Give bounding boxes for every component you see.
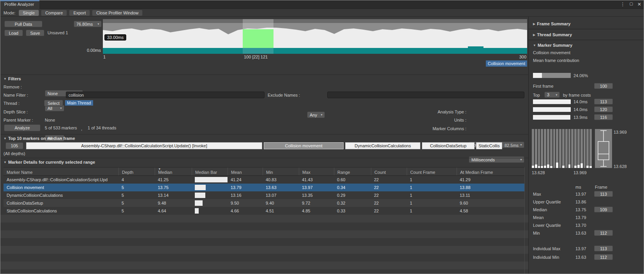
median-bar-cell <box>192 184 228 191</box>
top-frame-button[interactable]: 120 <box>594 106 613 112</box>
histogram-bucket-count <box>532 166 534 168</box>
top10-segment-assembly-csharp-dll-collisionc[interactable]: Assembly-CSharp.dll!::CollisionCalculati… <box>26 142 262 149</box>
exclude-mode-dropdown[interactable]: Any <box>307 111 325 118</box>
kebab-menu-icon[interactable]: ⋮ <box>620 2 625 7</box>
cell-depth: 4 <box>118 176 155 184</box>
stat-ms-value: 13.63 <box>575 255 586 260</box>
units-label: Units : <box>406 118 466 122</box>
y-axis-min-label: 0.00ms <box>71 48 101 53</box>
frame-time-chart[interactable]: 33.00ms <box>103 19 527 54</box>
exclude-names-input[interactable] <box>327 92 524 98</box>
column-header-depth[interactable]: Depth <box>118 168 155 175</box>
foldout-open-icon: ▼ <box>533 44 536 47</box>
thread-summary-foldout[interactable]: ▶Thread Summary <box>533 32 572 37</box>
tab-title: Profile Analyzer <box>4 2 34 7</box>
axis-selection-range: 100 [22] 121 <box>244 55 268 59</box>
first-frame-button[interactable]: 100 <box>594 83 613 89</box>
pull-data-button[interactable]: Pull Data <box>4 21 42 27</box>
column-header-at-median-frame[interactable]: At Median Frame <box>457 168 524 175</box>
marker-details-table: Marker NameDepth▼MedianMedian BarMeanMin… <box>4 167 524 215</box>
column-header-median[interactable]: ▼Median <box>155 168 192 175</box>
stat-frame-button[interactable]: 112 <box>594 230 613 236</box>
load-button[interactable]: Load <box>4 30 23 36</box>
frame-axis: 1 100 [22] 121 300 <box>103 55 527 60</box>
mode-button-single[interactable]: Single <box>19 10 39 16</box>
column-header-count[interactable]: Count <box>371 168 407 175</box>
top10-segment-collisiondatasetup[interactable]: CollisionDataSetup <box>422 142 475 149</box>
median-bar-cell <box>192 176 228 184</box>
histogram-bucket <box>553 129 556 168</box>
stat-frame-button[interactable]: 112 <box>594 254 613 260</box>
marker-details-foldout[interactable]: ▼Marker Details for currently selected r… <box>4 160 95 164</box>
table-row-staticcollisioncalculations[interactable]: StaticCollisionCalculations54.644.664.51… <box>4 207 524 215</box>
parent-marker-value: None <box>45 118 55 122</box>
cell-count-frame: 1 <box>407 191 457 199</box>
name-filter-input[interactable] <box>66 92 265 98</box>
histogram-bucket <box>586 129 589 168</box>
sort-descending-icon: ▼ <box>158 168 161 170</box>
column-header-range[interactable]: Range <box>334 168 371 175</box>
stat-label: Lower Quartile <box>533 223 561 228</box>
frame-summary-foldout[interactable]: ▶Frame Summary <box>533 21 570 26</box>
stat-ms-value: 13.75 <box>575 207 586 212</box>
table-row-collision-movement[interactable]: Collision movement513.7513.7913.6313.970… <box>4 184 524 191</box>
column-header-min[interactable]: Min <box>263 168 299 175</box>
threshold-label: 33.00ms <box>104 34 126 41</box>
mode-button-export[interactable]: Export <box>69 10 90 16</box>
marker-histogram[interactable] <box>532 129 592 168</box>
frame-range-dropdown[interactable]: 76.80ms <box>74 21 102 27</box>
median-frame-button[interactable]: 105 <box>5 142 23 149</box>
filters-foldout[interactable]: ▼Filters <box>4 76 21 81</box>
selected-marker-pill[interactable]: Collision movement <box>486 60 527 67</box>
units-dropdown[interactable]: Milliseconds <box>469 156 524 163</box>
empty-row <box>0 238 528 246</box>
top-count-dropdown[interactable]: 3 <box>544 92 560 98</box>
thread-value-pill: Main Thread <box>65 100 93 106</box>
table-row-assembly-csharp-dll-collisionc[interactable]: Assembly-CSharp.dll!::CollisionCalculati… <box>4 176 524 184</box>
median-bar <box>195 208 199 214</box>
column-header-max[interactable]: Max <box>299 168 334 175</box>
main-pane: Pull Data 76.80ms Load Save Unsaved 1 0.… <box>0 17 528 274</box>
maximize-icon[interactable]: ▢ <box>629 2 633 7</box>
stat-frame-button[interactable]: 113 <box>594 246 613 251</box>
analysis-type-label: Analysis Type : <box>406 110 466 114</box>
table-row-dynamiccollisioncalculations[interactable]: DynamicCollisionCalculations513.1413.161… <box>4 191 524 199</box>
mode-button-close-profiler-window[interactable]: Close Profiler Window <box>92 10 143 16</box>
stat-frame-button[interactable]: 113 <box>594 191 613 197</box>
close-icon[interactable]: ✕ <box>637 2 641 7</box>
column-header-count-frame[interactable]: Count Frame <box>407 168 457 175</box>
stat-frame-button[interactable]: 109 <box>594 207 613 212</box>
histogram-bucket <box>571 129 573 168</box>
top-frame-bar <box>533 107 571 112</box>
histogram-bucket-count <box>574 166 577 168</box>
top10-foldout[interactable]: ▼Top 10 markers on median frame <box>4 136 75 141</box>
stat-ms-value: 13.79 <box>575 215 586 220</box>
top10-segment-staticcollis[interactable]: StaticCollis <box>476 142 502 149</box>
empty-row <box>0 223 528 230</box>
column-header-median-bar[interactable]: Median Bar <box>192 168 228 175</box>
empty-row <box>0 269 528 274</box>
cell-range: 0.32 <box>334 199 371 207</box>
top10-segment-dynamiccollisioncalculations[interactable]: DynamicCollisionCalculations <box>345 142 420 149</box>
cell-min: 9.40 <box>263 199 299 207</box>
marker-count-label: 5 of 533 markers <box>45 126 77 130</box>
cell-mean: 4.66 <box>228 207 263 215</box>
tab-profile-analyzer[interactable]: Profile Analyzer <box>0 0 39 9</box>
histogram-bucket-count <box>586 166 589 168</box>
top-frame-button[interactable]: 113 <box>594 99 613 104</box>
histogram-bucket-count <box>562 166 565 168</box>
column-header-mean[interactable]: Mean <box>228 168 263 175</box>
marker-summary-foldout[interactable]: ▼Marker Summary <box>533 43 572 48</box>
top-frame-button[interactable]: 116 <box>594 114 613 120</box>
mode-button-compare[interactable]: Compare <box>41 10 67 16</box>
column-header-marker-name[interactable]: Marker Name <box>4 168 118 175</box>
table-row-collisiondatasetup[interactable]: CollisionDataSetup59.489.509.409.720.322… <box>4 199 524 207</box>
table-scrollbar[interactable] <box>524 167 525 274</box>
analyze-button[interactable]: Analyze <box>4 124 41 131</box>
histogram-bucket-count <box>589 166 592 168</box>
thread-select-button[interactable]: Select <box>44 100 63 106</box>
cell-count-frame: 1 <box>407 176 457 184</box>
save-button[interactable]: Save <box>26 30 44 36</box>
top10-segment-collision-movement[interactable]: Collision movement <box>264 142 344 149</box>
histogram-bucket <box>577 129 580 168</box>
